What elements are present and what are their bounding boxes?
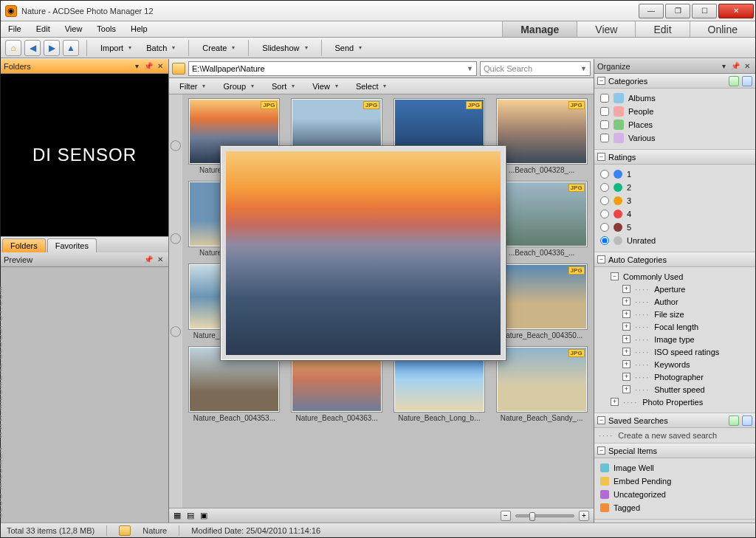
up-button[interactable]: ▲ xyxy=(63,40,79,56)
search-input[interactable]: Quick Search ▼ xyxy=(480,61,591,76)
thumbnail-image[interactable]: JPG xyxy=(497,347,587,412)
node-focal[interactable]: +····Focal length xyxy=(600,320,751,333)
thumbnail-image[interactable]: JPG xyxy=(497,182,587,246)
collapse-icon[interactable]: − xyxy=(597,77,605,85)
rating-2[interactable]: 2 xyxy=(600,181,751,194)
batch-button[interactable]: Batch xyxy=(140,40,181,56)
category-various[interactable]: Various xyxy=(600,131,751,145)
collapse-icon[interactable]: − xyxy=(597,153,605,161)
add-icon[interactable] xyxy=(742,415,752,426)
group-button[interactable]: Group xyxy=(217,78,260,94)
footer-tool-icon[interactable]: ▦ xyxy=(173,511,181,520)
tag-icon[interactable]: ◯ xyxy=(170,232,182,244)
import-button[interactable]: Import xyxy=(94,40,137,56)
preview-pin-icon[interactable]: 📌 xyxy=(143,255,154,265)
mode-online[interactable]: Online xyxy=(690,21,755,37)
rating-unrated[interactable]: Unrated xyxy=(600,234,751,247)
node-iso[interactable]: +····ISO speed ratings xyxy=(600,345,751,358)
node-keywords[interactable]: +····Keywords xyxy=(600,358,751,370)
organize-pin-icon[interactable]: 📌 xyxy=(730,61,740,72)
close-button[interactable]: ✕ xyxy=(718,4,754,18)
rating-5[interactable]: 5 xyxy=(600,221,751,234)
create-button[interactable]: Create xyxy=(196,40,241,56)
zoom-slider[interactable] xyxy=(515,514,574,517)
tool-icon[interactable] xyxy=(729,415,739,426)
special-tagged[interactable]: Tagged xyxy=(600,501,751,514)
folders-menu-icon[interactable]: ▾ xyxy=(131,61,142,72)
mode-manage[interactable]: Manage xyxy=(502,21,577,37)
menu-edit[interactable]: Edit xyxy=(29,21,58,37)
address-bar[interactable]: E:\Wallpaper\Nature ▼ xyxy=(188,61,477,76)
create-saved-search[interactable]: ····Create a new saved search xyxy=(594,428,755,443)
maximize-button[interactable]: ☐ xyxy=(692,4,717,18)
rating-1[interactable]: 1 xyxy=(600,168,751,181)
thumbnail-cell[interactable]: JPG...Beach_004336_... xyxy=(494,182,589,257)
category-albums[interactable]: Albums xyxy=(600,92,751,105)
collapse-icon[interactable]: − xyxy=(597,446,605,455)
zoom-knob[interactable] xyxy=(529,512,535,521)
minimize-button[interactable]: — xyxy=(639,4,664,18)
slideshow-button[interactable]: Slideshow xyxy=(256,40,313,56)
select-button[interactable]: Select xyxy=(350,78,393,94)
sort-button[interactable]: Sort xyxy=(266,78,300,94)
special-header[interactable]: − Special Items xyxy=(594,444,755,458)
node-aperture[interactable]: +····Aperture xyxy=(600,283,751,295)
rating-4[interactable]: 4 xyxy=(600,207,751,221)
menu-tools[interactable]: Tools xyxy=(89,21,123,37)
tag-icon[interactable]: ◯ xyxy=(170,139,182,151)
menu-help[interactable]: Help xyxy=(123,21,155,37)
chevron-down-icon[interactable]: ▼ xyxy=(467,65,473,72)
thumbnail-cell[interactable]: JPG...Beach_004328_... xyxy=(494,99,589,174)
saved-header[interactable]: − Saved Searches xyxy=(594,413,755,428)
collapse-icon[interactable]: − xyxy=(597,255,605,263)
thumbnail-cell[interactable]: JPGNature_Beach_Sandy_... xyxy=(494,347,589,422)
forward-button[interactable]: ▶ xyxy=(44,40,60,56)
organize-menu-icon[interactable]: ▾ xyxy=(718,61,729,72)
collapse-icon[interactable]: − xyxy=(597,416,605,424)
home-button[interactable]: ⌂ xyxy=(5,40,21,56)
node-photographer[interactable]: +····Photographer xyxy=(600,370,751,383)
tool-icon[interactable] xyxy=(729,76,739,86)
node-photo-properties[interactable]: +····Photo Properties xyxy=(600,396,751,408)
thumbnail-image[interactable]: JPG xyxy=(497,99,587,164)
menu-view[interactable]: View xyxy=(58,21,90,37)
back-button[interactable]: ◀ xyxy=(24,40,41,56)
tab-favorites[interactable]: Favorites xyxy=(47,238,97,252)
organize-close-icon[interactable]: ✕ xyxy=(742,61,752,72)
view-button[interactable]: View xyxy=(306,78,344,94)
send-button[interactable]: Send xyxy=(329,40,368,56)
mode-tabs: Manage View Edit Online xyxy=(502,21,755,37)
tag-icon[interactable]: ◯ xyxy=(170,325,182,337)
special-uncategorized[interactable]: Uncategorized xyxy=(600,488,751,501)
node-imagetype[interactable]: +····Image type xyxy=(600,333,751,345)
categories-header[interactable]: − Categories xyxy=(594,74,755,89)
chevron-down-icon[interactable]: ▼ xyxy=(580,65,587,72)
add-icon[interactable] xyxy=(742,76,752,86)
special-embed-pending[interactable]: Embed Pending xyxy=(600,475,751,488)
zoom-in-button[interactable]: + xyxy=(579,511,589,521)
node-shutter[interactable]: +····Shutter speed xyxy=(600,383,751,396)
footer-tool-icon[interactable]: ▣ xyxy=(200,511,207,520)
mode-view[interactable]: View xyxy=(577,21,635,37)
rating-3[interactable]: 3 xyxy=(600,194,751,207)
node-author[interactable]: +····Author xyxy=(600,295,751,308)
folders-close-icon[interactable]: ✕ xyxy=(155,61,165,72)
footer-tool-icon[interactable]: ▤ xyxy=(187,511,194,520)
mode-edit[interactable]: Edit xyxy=(635,21,689,37)
node-commonly-used[interactable]: −Commonly Used xyxy=(600,270,751,283)
tab-folders[interactable]: Folders xyxy=(2,238,46,252)
zoom-out-button[interactable]: − xyxy=(501,511,511,521)
menu-file[interactable]: File xyxy=(1,21,29,37)
category-places[interactable]: Places xyxy=(600,118,751,131)
autocat-header[interactable]: − Auto Categories xyxy=(594,252,755,267)
ratings-header[interactable]: − Ratings xyxy=(594,150,755,165)
restore-button[interactable]: ❐ xyxy=(665,4,690,18)
thumbnail-cell[interactable]: JPGNature_Beach_004350... xyxy=(494,264,589,339)
preview-close-icon[interactable]: ✕ xyxy=(155,255,165,265)
category-people[interactable]: People xyxy=(600,105,751,118)
special-image-well[interactable]: Image Well xyxy=(600,461,751,475)
filter-button[interactable]: Filter xyxy=(173,78,211,94)
folders-pin-icon[interactable]: 📌 xyxy=(143,61,154,72)
node-filesize[interactable]: +····File size xyxy=(600,308,751,320)
thumbnail-image[interactable]: JPG xyxy=(497,264,587,329)
